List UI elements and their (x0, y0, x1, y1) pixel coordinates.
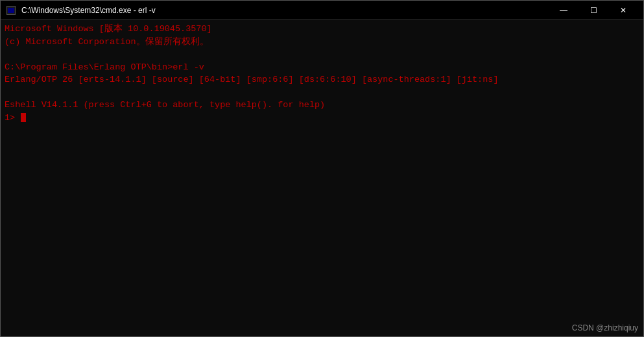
cmd-icon (6, 5, 16, 16)
console-line-5: Erlang/OTP 26 [erts-14.1.1] [source] [64… (5, 73, 639, 86)
maximize-button[interactable]: ☐ (578, 1, 608, 20)
console-line-8: 1> (5, 112, 639, 125)
console-line-4: C:\Program Files\Erlang OTP\bin>erl -v (5, 61, 639, 74)
cmd-window: C:\Windows\System32\cmd.exe - erl -v — ☐… (0, 0, 644, 337)
close-button[interactable]: ✕ (608, 1, 638, 20)
title-bar: C:\Windows\System32\cmd.exe - erl -v — ☐… (1, 1, 643, 20)
console-line-6 (5, 86, 639, 99)
console-line-1: Microsoft Windows [版本 10.0.19045.3570] (5, 23, 639, 36)
console-line-2: (c) Microsoft Corporation。保留所有权利。 (5, 36, 639, 49)
console-line-3 (5, 48, 639, 61)
watermark: CSDN @zhizhiqiuy (572, 323, 638, 332)
minimize-button[interactable]: — (549, 1, 578, 20)
console-line-7: Eshell V14.1.1 (press Ctrl+G to abort, t… (5, 99, 639, 112)
cursor (21, 113, 26, 122)
window-title: C:\Windows\System32\cmd.exe - erl -v (21, 6, 156, 15)
console-area[interactable]: Microsoft Windows [版本 10.0.19045.3570] (… (1, 20, 643, 336)
title-bar-left: C:\Windows\System32\cmd.exe - erl -v (6, 5, 156, 16)
window-controls: — ☐ ✕ (549, 1, 638, 20)
